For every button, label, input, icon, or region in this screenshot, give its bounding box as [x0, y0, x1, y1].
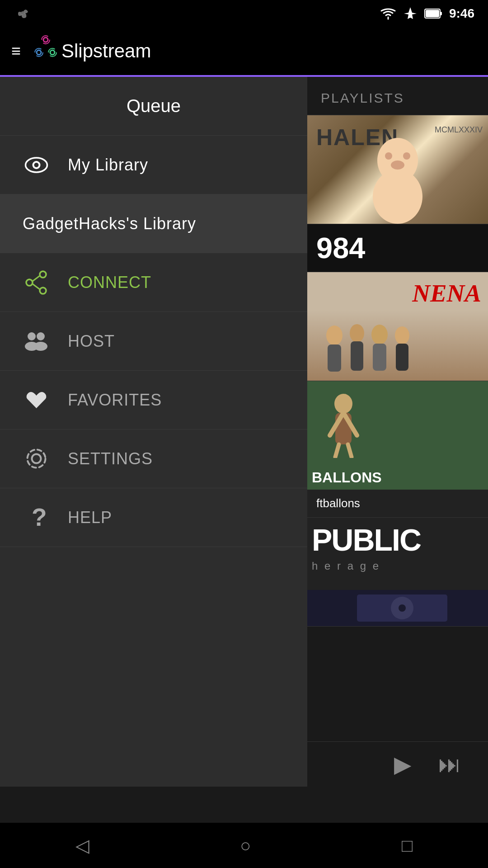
queue-label: Queue: [127, 96, 181, 116]
sidebar-item-my-library[interactable]: My Library: [0, 136, 307, 194]
sidebar-item-settings[interactable]: SETTINGS: [0, 429, 307, 488]
sidebar-item-connect[interactable]: CONNECT: [0, 253, 307, 312]
album-info-luftballons: ftballons: [307, 490, 488, 517]
question-icon: ?: [23, 504, 50, 531]
favorites-label: FAVORITES: [68, 391, 162, 410]
host-label: HOST: [68, 332, 115, 351]
svg-point-0: [21, 11, 24, 14]
people-icon: [23, 328, 50, 355]
sidebar-item-help[interactable]: ? HELP: [0, 488, 307, 547]
home-button[interactable]: ○: [240, 835, 251, 856]
luftballons-figure: [316, 390, 371, 458]
list-item[interactable]: 984: [307, 224, 488, 272]
album-cover-luftballons: BALLONS: [307, 381, 488, 490]
album-cover-vanhalen: HALEN MCMLXXXIV: [307, 115, 488, 224]
airplane-icon: [403, 6, 418, 21]
svg-point-13: [40, 271, 46, 278]
triskelion-icon: [14, 4, 32, 22]
main-content: Queue My Library GadgetHacks's Library: [0, 77, 488, 787]
sidebar-item-queue[interactable]: Queue: [0, 77, 307, 136]
svg-rect-39: [335, 413, 352, 444]
svg-point-23: [27, 450, 45, 468]
my-library-label: My Library: [68, 156, 148, 175]
svg-point-18: [28, 332, 36, 340]
wifi-icon: [380, 7, 396, 20]
svg-rect-2: [440, 12, 442, 15]
back-button[interactable]: ◁: [75, 835, 89, 856]
svg-point-32: [350, 324, 364, 342]
svg-line-16: [33, 276, 40, 281]
playback-bar: ▶ ⏭: [307, 741, 488, 787]
sidebar-item-host[interactable]: HOST: [0, 312, 307, 371]
app-logo-icon: [30, 35, 61, 67]
svg-rect-31: [328, 344, 341, 372]
playlists-header: PLAYLISTS: [307, 77, 488, 115]
album-cover-nena: NENA: [307, 272, 488, 381]
svg-point-8: [50, 50, 55, 55]
playlists-list: HALEN MCMLXXXIV 984: [307, 115, 488, 741]
status-bar: 9:46: [0, 0, 488, 27]
settings-label: SETTINGS: [68, 449, 153, 468]
playlists-title: PLAYLISTS: [321, 90, 404, 105]
svg-rect-3: [426, 10, 439, 17]
svg-point-27: [385, 152, 392, 160]
svg-line-42: [335, 444, 339, 457]
svg-rect-37: [396, 344, 408, 371]
svg-point-26: [373, 170, 422, 224]
cherub-figure: [361, 138, 434, 224]
svg-point-29: [391, 160, 404, 170]
sidebar-item-favorites[interactable]: FAVORITES: [0, 371, 307, 429]
public-bottom-detail: [307, 590, 488, 626]
status-icons: 9:46: [380, 6, 474, 21]
share-icon: [23, 269, 50, 296]
nav-bar: ◁ ○ □: [0, 823, 488, 868]
app-title: Slipstream: [61, 40, 151, 62]
nena-band-image: [312, 313, 438, 381]
list-item[interactable]: BALLONS ftballons: [307, 381, 488, 518]
svg-point-36: [395, 326, 409, 344]
svg-point-12: [34, 163, 38, 167]
skip-button[interactable]: ⏭: [438, 751, 461, 778]
svg-point-46: [399, 604, 406, 612]
recents-button[interactable]: □: [402, 835, 413, 856]
app-bar: ≡ Slipstream: [0, 27, 488, 77]
svg-point-28: [403, 152, 410, 160]
svg-point-21: [34, 342, 47, 351]
help-label: HELP: [68, 508, 112, 527]
svg-point-19: [37, 332, 45, 340]
svg-point-15: [40, 288, 46, 294]
gadgethacks-library-label: GadgetHacks's Library: [23, 214, 196, 233]
svg-point-30: [326, 326, 343, 345]
svg-point-34: [371, 325, 388, 344]
battery-icon: [424, 8, 442, 19]
svg-line-17: [33, 284, 40, 289]
list-item[interactable]: PUBLIC h e r a g e: [307, 518, 488, 627]
status-time: 9:46: [449, 6, 474, 21]
status-bar-left-icon: [14, 4, 32, 24]
navigation-drawer: Queue My Library GadgetHacks's Library: [0, 77, 307, 787]
svg-point-14: [26, 279, 33, 286]
svg-point-6: [37, 50, 41, 55]
svg-rect-35: [373, 344, 386, 371]
eye-icon: [23, 151, 50, 179]
svg-text:?: ?: [32, 505, 47, 530]
svg-point-22: [32, 454, 41, 463]
connect-label: CONNECT: [68, 273, 151, 292]
svg-point-4: [43, 38, 48, 42]
svg-rect-33: [351, 341, 363, 371]
play-button[interactable]: ▶: [394, 751, 411, 778]
list-item[interactable]: HALEN MCMLXXXIV: [307, 115, 488, 224]
sidebar-item-gadgethacks-library[interactable]: GadgetHacks's Library: [0, 194, 307, 253]
gear-icon: [23, 445, 50, 472]
heart-icon: [23, 387, 50, 414]
hamburger-menu-icon[interactable]: ≡: [11, 43, 21, 59]
album-cover-public: PUBLIC h e r a g e: [307, 518, 488, 626]
list-item[interactable]: NENA: [307, 272, 488, 381]
svg-line-43: [348, 444, 352, 457]
right-panel: PLAYLISTS HALEN MCMLXXXIV: [307, 77, 488, 787]
